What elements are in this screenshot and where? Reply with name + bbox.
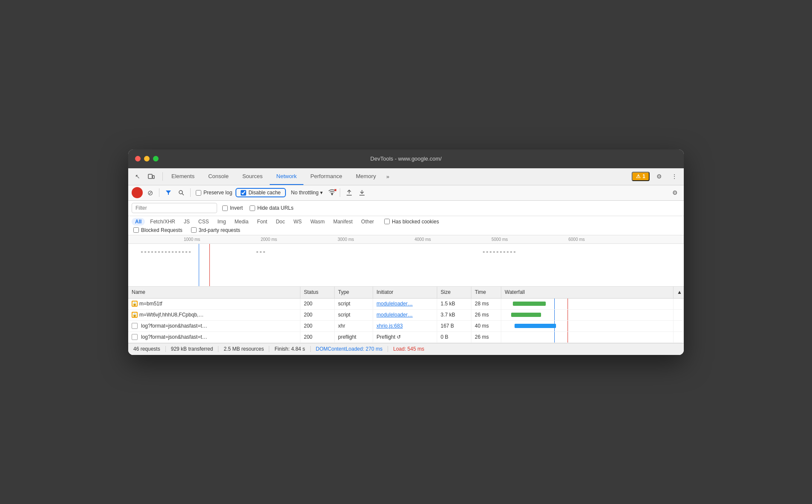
preserve-log-checkbox[interactable] [196,190,201,196]
status-resources: 2.5 MB resources [218,346,269,352]
td-time-1: 28 ms [471,299,501,309]
filter-js[interactable]: JS [180,218,193,226]
tab-performance[interactable]: Performance [303,168,349,185]
blocked-requests-checkbox[interactable] [133,227,139,233]
tabs: Elements Console Sources Network Perform… [165,168,632,185]
td-time-4: 26 ms [471,332,501,343]
svg-rect-1 [153,176,154,179]
status-bar: 46 requests 929 kB transferred 2.5 MB re… [128,343,684,355]
td-initiator-1: moduleloader… [373,299,437,309]
th-initiator[interactable]: Initiator [373,287,437,298]
svg-point-3 [179,190,182,194]
filter-icon-button[interactable] [163,187,174,198]
toolbar-divider-2 [190,188,191,197]
search-icon-button[interactable] [176,187,187,198]
timeline-chart[interactable] [128,244,684,287]
th-size[interactable]: Size [437,287,471,298]
filter-input[interactable] [132,203,217,213]
td-waterfall-1 [501,299,674,309]
filter-doc[interactable]: Doc [272,218,288,226]
tick-2000: 2000 ms [261,237,277,242]
table-row[interactable]: log?format=json&hasfast=t… 200 preflight… [128,332,684,343]
upload-icon-button[interactable] [344,187,355,198]
filter-other[interactable]: Other [358,218,377,226]
filter-fetch-xhr[interactable]: Fetch/XHR [147,218,179,226]
preserve-log-label[interactable]: Preserve log [194,190,234,196]
hide-data-urls-label[interactable]: Hide data URLs [248,205,295,211]
timeline-dash-3 [483,252,517,252]
th-time[interactable]: Time [471,287,501,298]
waterfall-bar-2 [505,310,670,320]
th-status[interactable]: Status [300,287,335,298]
device-toggle-icon[interactable] [145,170,157,182]
th-type[interactable]: Type [335,287,373,298]
disable-cache-label[interactable]: Disable cache [239,190,282,196]
blocked-requests-label[interactable]: Blocked Requests [132,227,184,233]
network-settings-button[interactable]: ⚙ [669,187,680,198]
disable-cache-checkbox[interactable] [241,190,246,196]
toolbar: ⊘ Preserve log Disabl [128,185,684,201]
maximize-button[interactable] [153,156,159,161]
waterfall-bar-4 [505,332,670,343]
wf-red-4 [568,332,568,343]
filter-font[interactable]: Font [253,218,271,226]
tab-right-controls: ⚠ 1 ⚙ ⋮ [632,170,680,182]
filter-img[interactable]: Img [214,218,229,226]
filter-wasm[interactable]: Wasm [307,218,328,226]
waterfall-bar-3 [505,321,670,331]
tick-5000: 5000 ms [491,237,508,242]
table-row[interactable]: 🔒 m=Wt6vjf,hhhU8,FCpbqb,… 200 script mod… [128,310,684,321]
third-party-requests-checkbox[interactable] [191,227,197,233]
tab-network[interactable]: Network [270,168,304,185]
has-blocked-cookies-label[interactable]: Has blocked cookies [382,219,441,225]
tab-sources[interactable]: Sources [235,168,270,185]
filter-manifest[interactable]: Manifest [330,218,356,226]
tick-6000: 6000 ms [568,237,585,242]
initiator-link-2[interactable]: moduleloader… [377,312,413,318]
third-party-requests-label[interactable]: 3rd-party requests [189,227,242,233]
td-name-4: log?format=json&hasfast=t… [128,332,300,343]
wf-blue-4 [554,332,555,343]
record-button[interactable] [132,187,143,198]
tick-4000: 4000 ms [415,237,431,242]
td-waterfall-3 [501,321,674,331]
invert-checkbox[interactable] [222,205,228,211]
td-size-4: 0 B [437,332,471,343]
th-waterfall[interactable]: Waterfall [501,287,674,298]
tab-memory[interactable]: Memory [349,168,383,185]
th-name[interactable]: Name [128,287,300,298]
download-icon-button[interactable] [356,187,368,198]
table-row[interactable]: 🔒 m=bm51tf 200 script moduleloader… 1.5 … [128,299,684,310]
close-button[interactable] [135,156,141,161]
initiator-link-1[interactable]: moduleloader… [377,301,413,307]
tab-more-button[interactable]: » [383,173,393,180]
filter-ws[interactable]: WS [290,218,305,226]
filter-media[interactable]: Media [231,218,252,226]
th-sort[interactable]: ▲ [674,287,684,298]
issues-badge[interactable]: ⚠ 1 [632,172,650,181]
status-requests: 46 requests [133,346,166,352]
cursor-icon[interactable]: ↖ [132,170,144,182]
clear-button[interactable]: ⊘ [144,187,156,198]
tab-console[interactable]: Console [201,168,235,185]
wf-blue-2 [554,310,555,320]
toolbar-divider-3 [340,188,340,197]
minimize-button[interactable] [144,156,150,161]
table-row[interactable]: log?format=json&hasfast=t… 200 xhr xhrio… [128,321,684,332]
initiator-link-3[interactable]: xhrio.js:683 [377,323,403,329]
has-blocked-cookies-checkbox[interactable] [384,219,390,224]
tab-elements[interactable]: Elements [165,168,201,185]
td-name-3: log?format=json&hasfast=t… [128,321,300,331]
settings-button[interactable]: ⚙ [653,170,665,182]
more-options-button[interactable]: ⋮ [668,170,680,182]
invert-label[interactable]: Invert [221,205,244,211]
td-status-3: 200 [300,321,335,331]
throttle-select[interactable]: No throttling ▾ [288,190,327,196]
filter-all[interactable]: All [132,218,145,226]
hide-data-urls-checkbox[interactable] [250,205,255,211]
wf-red-2 [568,310,568,320]
title-bar: DevTools - www.google.com/ [128,149,684,168]
filter-css[interactable]: CSS [195,218,212,226]
type-filter-row-1: All Fetch/XHR JS CSS Img Media Font Doc … [132,218,680,226]
table-header: Name Status Type Initiator Size Time Wat… [128,287,684,299]
